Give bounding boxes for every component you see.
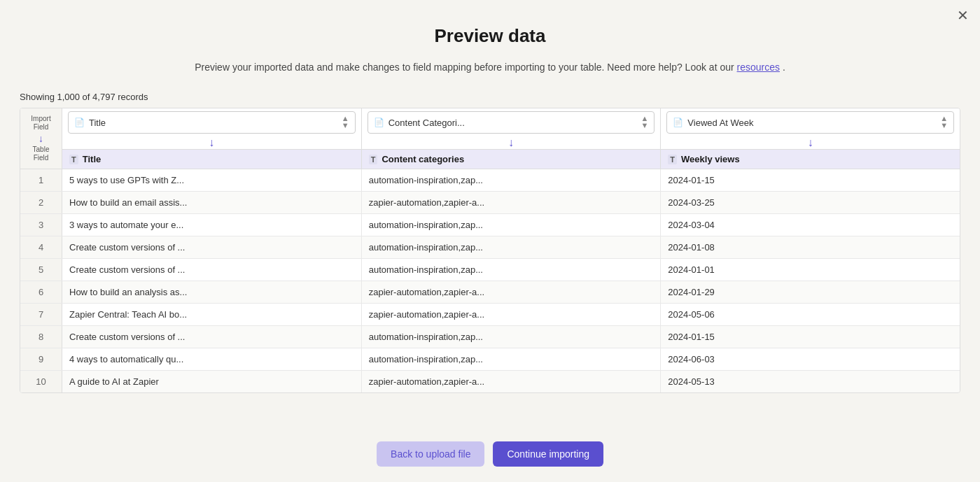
categories-cell: automation-inspiration,zap... — [362, 326, 662, 348]
down-arrow-icon: ↓ — [38, 133, 43, 144]
row-number: 9 — [20, 348, 62, 370]
weekly-views-cell: 2024-01-01 — [661, 259, 960, 281]
row-number: 4 — [20, 236, 62, 258]
row-number: 5 — [20, 259, 62, 281]
close-button[interactable]: ✕ — [957, 8, 969, 22]
table-row: 5 Create custom versions of ... automati… — [20, 259, 960, 281]
title-field-selector[interactable]: 📄 Title ▲▼ — [68, 111, 356, 134]
col3-type-icon: T — [668, 155, 677, 164]
table-row: 7 Zapier Central: Teach AI bo... zapier-… — [20, 304, 960, 326]
resources-link[interactable]: resources — [737, 62, 780, 73]
continue-importing-button[interactable]: Continue importing — [493, 441, 603, 467]
row-number: 8 — [20, 326, 62, 348]
col3-table-field-text: Weekly views — [681, 154, 740, 164]
categories-cell: zapier-automation,zapier-a... — [362, 304, 662, 325]
weekly-views-cell: 2024-01-15 — [661, 326, 960, 348]
field-doc-icon: 📄 — [74, 118, 85, 127]
field-doc-icon-2: 📄 — [374, 118, 384, 127]
back-to-upload-button[interactable]: Back to upload file — [377, 441, 484, 467]
row-number: 3 — [20, 214, 62, 236]
col2-type-icon: T — [369, 155, 378, 164]
categories-cell: zapier-automation,zapier-a... — [362, 371, 662, 392]
categories-cell: automation-inspiration,zap... — [362, 214, 662, 236]
col-2-import: 📄 Content Categori... ▲▼ ↓ T Content cat… — [362, 108, 662, 169]
table-row: 3 3 ways to automate your e... automatio… — [20, 214, 960, 236]
weekly-views-cell: 2024-05-13 — [661, 371, 960, 392]
title-cell: Create custom versions of ... — [62, 236, 362, 258]
col3-down-arrow-icon: ↓ — [808, 136, 813, 148]
page-title: Preview data — [0, 25, 980, 47]
row-number: 2 — [20, 192, 62, 213]
col-3-import: 📄 Viewed At Week ▲▼ ↓ T Weekly views — [661, 108, 960, 169]
data-rows-container: 1 5 ways to use GPTs with Z... automatio… — [20, 169, 960, 392]
data-table: ImportField ↓ TableField 📄 Title ▲▼ ↓ T … — [20, 108, 960, 393]
categories-cell: automation-inspiration,zap... — [362, 169, 662, 191]
title-cell: 5 ways to use GPTs with Z... — [62, 169, 362, 191]
records-count: Showing 1,000 of 4,797 records — [20, 92, 980, 102]
categories-cell: zapier-automation,zapier-a... — [362, 281, 662, 303]
selector-arrows-icon: ▲▼ — [342, 115, 349, 129]
col1-arrow-down: ↓ — [62, 136, 361, 149]
col3-table-field: T Weekly views — [661, 149, 960, 169]
row-number: 1 — [20, 169, 62, 191]
table-wrapper: ImportField ↓ TableField 📄 Title ▲▼ ↓ T … — [20, 108, 960, 392]
table-row: 9 4 ways to automatically qu... automati… — [20, 348, 960, 371]
col2-table-field: T Content categories — [362, 149, 661, 169]
weekly-views-cell: 2024-03-25 — [661, 192, 960, 213]
field-doc-icon-3: 📄 — [673, 118, 683, 127]
table-row: 2 How to build an email assis... zapier-… — [20, 192, 960, 214]
import-field-label: ImportField — [31, 115, 50, 132]
col1-table-field-text: Title — [83, 154, 102, 164]
col2-arrow-down: ↓ — [362, 136, 661, 149]
table-row: 6 How to build an analysis as... zapier-… — [20, 281, 960, 304]
weekly-views-cell: 2024-01-08 — [661, 236, 960, 258]
categories-field-selector[interactable]: 📄 Content Categori... ▲▼ — [368, 111, 655, 134]
bottom-buttons: Back to upload file Continue importing — [377, 441, 603, 467]
row-number: 7 — [20, 304, 62, 325]
weekly-views-cell: 2024-06-03 — [661, 348, 960, 370]
table-field-label: TableField — [33, 146, 50, 162]
col1-import-text: Title — [89, 118, 342, 128]
table-row: 4 Create custom versions of ... automati… — [20, 236, 960, 259]
title-cell: How to build an email assis... — [62, 192, 362, 213]
categories-cell: automation-inspiration,zap... — [362, 259, 662, 281]
col1-type-icon: T — [69, 155, 78, 164]
row-number: 10 — [20, 371, 62, 392]
col2-import-text: Content Categori... — [388, 118, 641, 128]
row-number: 6 — [20, 281, 62, 303]
table-row: 1 5 ways to use GPTs with Z... automatio… — [20, 169, 960, 192]
table-row: 10 A guide to AI at Zapier zapier-automa… — [20, 371, 960, 392]
import-label-col: ImportField ↓ TableField — [20, 108, 62, 169]
col-1-import: 📄 Title ▲▼ ↓ T Title — [62, 108, 362, 169]
weekly-views-cell: 2024-01-15 — [661, 169, 960, 191]
col3-import-text: Viewed At Week — [687, 118, 940, 128]
title-cell: Create custom versions of ... — [62, 259, 362, 281]
title-cell: 3 ways to automate your e... — [62, 214, 362, 236]
selector-arrows-icon-2: ▲▼ — [640, 115, 648, 129]
subtitle: Preview your imported data and make chan… — [0, 59, 980, 75]
col1-down-arrow-icon: ↓ — [209, 136, 214, 148]
col2-down-arrow-icon: ↓ — [508, 136, 514, 148]
title-cell: A guide to AI at Zapier — [62, 371, 362, 392]
weekly-views-cell: 2024-01-29 — [661, 281, 960, 303]
title-cell: Create custom versions of ... — [62, 326, 362, 348]
categories-cell: automation-inspiration,zap... — [362, 348, 662, 370]
table-row: 8 Create custom versions of ... automati… — [20, 326, 960, 348]
col3-arrow-down: ↓ — [661, 136, 960, 149]
title-cell: Zapier Central: Teach AI bo... — [62, 304, 362, 325]
weekly-views-cell: 2024-03-04 — [661, 214, 960, 236]
col1-table-field: T Title — [62, 149, 361, 169]
title-cell: 4 ways to automatically qu... — [62, 348, 362, 370]
categories-cell: automation-inspiration,zap... — [362, 236, 662, 258]
title-cell: How to build an analysis as... — [62, 281, 362, 303]
weekly-views-cell: 2024-05-06 — [661, 304, 960, 325]
subtitle-text-before: Preview your imported data and make chan… — [195, 62, 734, 73]
weekly-views-field-selector[interactable]: 📄 Viewed At Week ▲▼ — [666, 111, 954, 134]
categories-cell: zapier-automation,zapier-a... — [362, 192, 662, 213]
subtitle-text-after: . — [783, 62, 785, 73]
col2-table-field-text: Content categories — [382, 154, 464, 164]
selector-arrows-icon-3: ▲▼ — [940, 115, 948, 129]
import-field-row: ImportField ↓ TableField 📄 Title ▲▼ ↓ T … — [20, 108, 960, 169]
